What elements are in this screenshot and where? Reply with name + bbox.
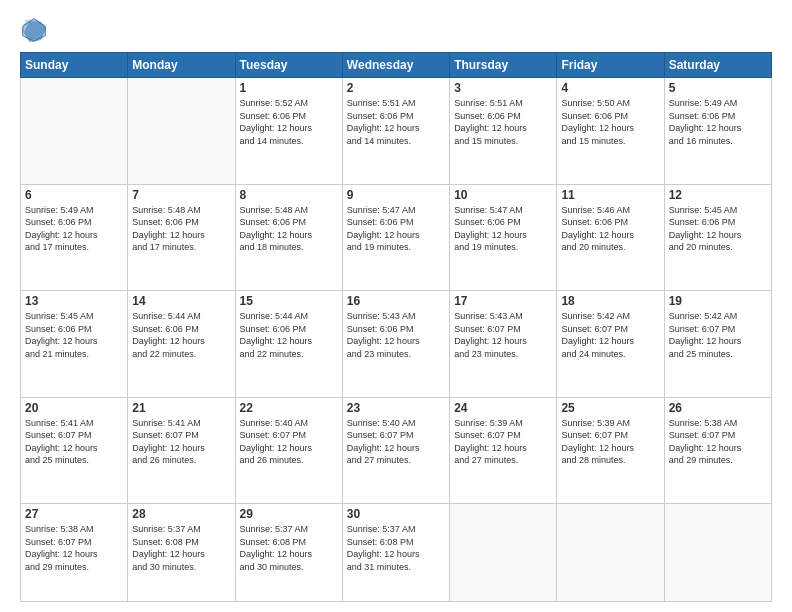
day-number: 15 — [240, 294, 338, 308]
calendar-cell: 22Sunrise: 5:40 AM Sunset: 6:07 PM Dayli… — [235, 397, 342, 504]
calendar-cell — [557, 504, 664, 602]
day-info: Sunrise: 5:52 AM Sunset: 6:06 PM Dayligh… — [240, 97, 338, 147]
calendar-cell: 18Sunrise: 5:42 AM Sunset: 6:07 PM Dayli… — [557, 291, 664, 398]
logo-icon — [20, 16, 48, 44]
day-info: Sunrise: 5:47 AM Sunset: 6:06 PM Dayligh… — [454, 204, 552, 254]
day-number: 13 — [25, 294, 123, 308]
day-info: Sunrise: 5:37 AM Sunset: 6:08 PM Dayligh… — [132, 523, 230, 573]
weekday-header: Tuesday — [235, 53, 342, 78]
day-info: Sunrise: 5:41 AM Sunset: 6:07 PM Dayligh… — [25, 417, 123, 467]
calendar-cell: 26Sunrise: 5:38 AM Sunset: 6:07 PM Dayli… — [664, 397, 771, 504]
day-info: Sunrise: 5:46 AM Sunset: 6:06 PM Dayligh… — [561, 204, 659, 254]
weekday-header: Friday — [557, 53, 664, 78]
calendar-cell: 5Sunrise: 5:49 AM Sunset: 6:06 PM Daylig… — [664, 78, 771, 185]
calendar-cell: 25Sunrise: 5:39 AM Sunset: 6:07 PM Dayli… — [557, 397, 664, 504]
day-number: 23 — [347, 401, 445, 415]
calendar-cell — [21, 78, 128, 185]
day-info: Sunrise: 5:49 AM Sunset: 6:06 PM Dayligh… — [25, 204, 123, 254]
calendar-week-row: 6Sunrise: 5:49 AM Sunset: 6:06 PM Daylig… — [21, 184, 772, 291]
day-number: 16 — [347, 294, 445, 308]
day-number: 22 — [240, 401, 338, 415]
header — [20, 16, 772, 44]
day-info: Sunrise: 5:50 AM Sunset: 6:06 PM Dayligh… — [561, 97, 659, 147]
calendar-week-row: 27Sunrise: 5:38 AM Sunset: 6:07 PM Dayli… — [21, 504, 772, 602]
day-info: Sunrise: 5:42 AM Sunset: 6:07 PM Dayligh… — [561, 310, 659, 360]
calendar-cell: 21Sunrise: 5:41 AM Sunset: 6:07 PM Dayli… — [128, 397, 235, 504]
calendar-week-row: 1Sunrise: 5:52 AM Sunset: 6:06 PM Daylig… — [21, 78, 772, 185]
calendar-cell: 11Sunrise: 5:46 AM Sunset: 6:06 PM Dayli… — [557, 184, 664, 291]
calendar-cell: 4Sunrise: 5:50 AM Sunset: 6:06 PM Daylig… — [557, 78, 664, 185]
day-info: Sunrise: 5:44 AM Sunset: 6:06 PM Dayligh… — [240, 310, 338, 360]
weekday-header: Monday — [128, 53, 235, 78]
calendar-cell: 12Sunrise: 5:45 AM Sunset: 6:06 PM Dayli… — [664, 184, 771, 291]
calendar-week-row: 13Sunrise: 5:45 AM Sunset: 6:06 PM Dayli… — [21, 291, 772, 398]
day-number: 1 — [240, 81, 338, 95]
day-info: Sunrise: 5:42 AM Sunset: 6:07 PM Dayligh… — [669, 310, 767, 360]
day-number: 18 — [561, 294, 659, 308]
calendar-cell — [450, 504, 557, 602]
day-info: Sunrise: 5:43 AM Sunset: 6:06 PM Dayligh… — [347, 310, 445, 360]
calendar-cell: 16Sunrise: 5:43 AM Sunset: 6:06 PM Dayli… — [342, 291, 449, 398]
day-info: Sunrise: 5:48 AM Sunset: 6:06 PM Dayligh… — [132, 204, 230, 254]
calendar-cell: 8Sunrise: 5:48 AM Sunset: 6:06 PM Daylig… — [235, 184, 342, 291]
day-number: 5 — [669, 81, 767, 95]
day-number: 26 — [669, 401, 767, 415]
header-row: SundayMondayTuesdayWednesdayThursdayFrid… — [21, 53, 772, 78]
calendar-cell: 20Sunrise: 5:41 AM Sunset: 6:07 PM Dayli… — [21, 397, 128, 504]
day-number: 30 — [347, 507, 445, 521]
day-info: Sunrise: 5:49 AM Sunset: 6:06 PM Dayligh… — [669, 97, 767, 147]
day-info: Sunrise: 5:45 AM Sunset: 6:06 PM Dayligh… — [25, 310, 123, 360]
day-info: Sunrise: 5:51 AM Sunset: 6:06 PM Dayligh… — [454, 97, 552, 147]
day-number: 25 — [561, 401, 659, 415]
day-info: Sunrise: 5:39 AM Sunset: 6:07 PM Dayligh… — [454, 417, 552, 467]
calendar-body: 1Sunrise: 5:52 AM Sunset: 6:06 PM Daylig… — [21, 78, 772, 602]
calendar-cell: 28Sunrise: 5:37 AM Sunset: 6:08 PM Dayli… — [128, 504, 235, 602]
day-number: 29 — [240, 507, 338, 521]
day-number: 8 — [240, 188, 338, 202]
calendar-cell: 27Sunrise: 5:38 AM Sunset: 6:07 PM Dayli… — [21, 504, 128, 602]
calendar-cell: 7Sunrise: 5:48 AM Sunset: 6:06 PM Daylig… — [128, 184, 235, 291]
day-number: 2 — [347, 81, 445, 95]
day-info: Sunrise: 5:47 AM Sunset: 6:06 PM Dayligh… — [347, 204, 445, 254]
day-info: Sunrise: 5:39 AM Sunset: 6:07 PM Dayligh… — [561, 417, 659, 467]
day-info: Sunrise: 5:38 AM Sunset: 6:07 PM Dayligh… — [25, 523, 123, 573]
day-info: Sunrise: 5:40 AM Sunset: 6:07 PM Dayligh… — [347, 417, 445, 467]
day-number: 7 — [132, 188, 230, 202]
day-number: 3 — [454, 81, 552, 95]
weekday-header: Saturday — [664, 53, 771, 78]
calendar-cell: 13Sunrise: 5:45 AM Sunset: 6:06 PM Dayli… — [21, 291, 128, 398]
calendar-cell: 23Sunrise: 5:40 AM Sunset: 6:07 PM Dayli… — [342, 397, 449, 504]
weekday-header: Sunday — [21, 53, 128, 78]
weekday-header: Thursday — [450, 53, 557, 78]
calendar-header: SundayMondayTuesdayWednesdayThursdayFrid… — [21, 53, 772, 78]
calendar-table: SundayMondayTuesdayWednesdayThursdayFrid… — [20, 52, 772, 602]
day-number: 12 — [669, 188, 767, 202]
calendar-cell — [128, 78, 235, 185]
calendar-cell: 3Sunrise: 5:51 AM Sunset: 6:06 PM Daylig… — [450, 78, 557, 185]
day-number: 6 — [25, 188, 123, 202]
calendar-cell: 9Sunrise: 5:47 AM Sunset: 6:06 PM Daylig… — [342, 184, 449, 291]
day-number: 11 — [561, 188, 659, 202]
day-number: 28 — [132, 507, 230, 521]
calendar-cell: 10Sunrise: 5:47 AM Sunset: 6:06 PM Dayli… — [450, 184, 557, 291]
day-info: Sunrise: 5:44 AM Sunset: 6:06 PM Dayligh… — [132, 310, 230, 360]
day-info: Sunrise: 5:37 AM Sunset: 6:08 PM Dayligh… — [347, 523, 445, 573]
day-info: Sunrise: 5:48 AM Sunset: 6:06 PM Dayligh… — [240, 204, 338, 254]
calendar-cell: 17Sunrise: 5:43 AM Sunset: 6:07 PM Dayli… — [450, 291, 557, 398]
day-info: Sunrise: 5:38 AM Sunset: 6:07 PM Dayligh… — [669, 417, 767, 467]
day-number: 21 — [132, 401, 230, 415]
day-info: Sunrise: 5:45 AM Sunset: 6:06 PM Dayligh… — [669, 204, 767, 254]
calendar-cell: 19Sunrise: 5:42 AM Sunset: 6:07 PM Dayli… — [664, 291, 771, 398]
calendar-cell: 6Sunrise: 5:49 AM Sunset: 6:06 PM Daylig… — [21, 184, 128, 291]
calendar-cell: 30Sunrise: 5:37 AM Sunset: 6:08 PM Dayli… — [342, 504, 449, 602]
calendar-week-row: 20Sunrise: 5:41 AM Sunset: 6:07 PM Dayli… — [21, 397, 772, 504]
day-info: Sunrise: 5:37 AM Sunset: 6:08 PM Dayligh… — [240, 523, 338, 573]
day-number: 9 — [347, 188, 445, 202]
day-number: 4 — [561, 81, 659, 95]
calendar-cell: 2Sunrise: 5:51 AM Sunset: 6:06 PM Daylig… — [342, 78, 449, 185]
day-info: Sunrise: 5:43 AM Sunset: 6:07 PM Dayligh… — [454, 310, 552, 360]
calendar-cell: 24Sunrise: 5:39 AM Sunset: 6:07 PM Dayli… — [450, 397, 557, 504]
calendar-cell: 15Sunrise: 5:44 AM Sunset: 6:06 PM Dayli… — [235, 291, 342, 398]
day-number: 10 — [454, 188, 552, 202]
day-number: 24 — [454, 401, 552, 415]
